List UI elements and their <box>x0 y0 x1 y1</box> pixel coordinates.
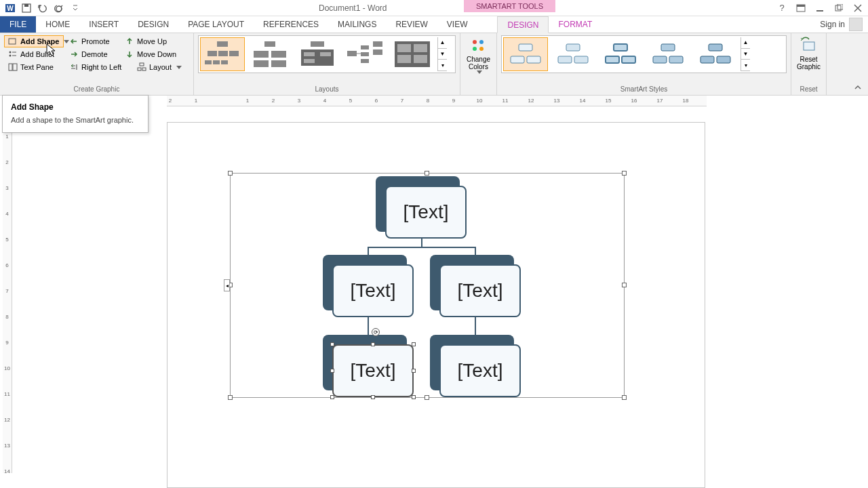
svg-rect-28 <box>213 60 220 64</box>
tab-page-layout[interactable]: PAGE LAYOUT <box>178 16 254 33</box>
layout-thumb-5[interactable] <box>390 37 435 71</box>
svg-rect-39 <box>320 52 331 56</box>
svg-rect-21 <box>138 68 141 70</box>
smartart-node[interactable]: [Text] <box>430 255 521 317</box>
smartart-container[interactable]: ◂ [Text] [Text] [Text] <box>230 173 625 398</box>
change-colors-button[interactable]: Change Colors <box>465 35 492 74</box>
resize-handle[interactable] <box>622 171 627 176</box>
minimize-icon[interactable] <box>812 2 827 14</box>
svg-rect-32 <box>271 51 286 58</box>
rotate-handle-icon[interactable]: ⟳ <box>372 328 380 336</box>
reset-graphic-label: Reset Graphic <box>795 56 822 70</box>
resize-handle[interactable] <box>425 171 429 176</box>
style-thumb-2[interactable] <box>551 37 595 71</box>
expand-gallery-icon[interactable]: ▾ <box>741 60 750 71</box>
demote-button[interactable]: Demote <box>65 48 119 60</box>
svg-rect-33 <box>254 60 269 67</box>
selection-handle[interactable] <box>412 342 416 346</box>
scroll-down-icon[interactable]: ▼ <box>741 49 750 60</box>
qat-more-icon[interactable] <box>68 1 83 15</box>
resize-handle[interactable] <box>228 395 233 400</box>
tab-references[interactable]: REFERENCES <box>254 16 328 33</box>
text-pane-button[interactable]: Text Pane <box>4 61 64 73</box>
selection-handle[interactable] <box>330 395 334 399</box>
text-pane-toggle-icon[interactable]: ◂ <box>224 279 230 291</box>
chevron-down-icon <box>477 70 482 74</box>
tab-file[interactable]: FILE <box>0 16 36 33</box>
add-bullet-button[interactable]: Add Bullet <box>4 48 64 60</box>
resize-handle[interactable] <box>228 171 233 176</box>
page[interactable]: ◂ [Text] [Text] [Text] <box>167 122 705 488</box>
layout-thumb-3[interactable] <box>295 37 340 71</box>
svg-rect-34 <box>271 60 286 67</box>
signin-area[interactable]: Sign in <box>820 16 868 33</box>
redo-icon[interactable] <box>52 1 66 15</box>
expand-gallery-icon[interactable]: ▾ <box>438 60 447 71</box>
smartart-node-selected[interactable]: [Text] ⟳ <box>323 335 414 397</box>
promote-label: Promote <box>81 37 110 45</box>
tab-insert[interactable]: INSERT <box>79 16 128 33</box>
colors-icon <box>469 37 488 56</box>
svg-rect-9 <box>835 5 841 11</box>
move-down-button[interactable]: Move Down <box>121 48 187 60</box>
tab-view[interactable]: VIEW <box>437 16 477 33</box>
layout-thumb-4[interactable] <box>342 37 387 71</box>
style-thumb-1[interactable] <box>503 37 548 71</box>
selection-handle[interactable] <box>412 369 416 373</box>
tab-smartart-format[interactable]: FORMAT <box>549 16 601 33</box>
move-up-button[interactable]: Move Up <box>121 35 180 47</box>
smartart-node[interactable]: [Text] <box>376 176 467 239</box>
style-thumb-3[interactable] <box>598 37 643 71</box>
selection-handle[interactable] <box>371 395 375 399</box>
maximize-icon[interactable] <box>831 2 846 14</box>
selection-handle[interactable] <box>412 395 416 399</box>
svg-point-4 <box>56 6 62 12</box>
document-area: ◂ [Text] [Text] [Text] <box>12 107 868 488</box>
node-text: [Text] <box>458 280 503 302</box>
right-to-left-button[interactable]: Right to Left <box>65 61 132 73</box>
tab-design[interactable]: DESIGN <box>128 16 178 33</box>
add-shape-button[interactable]: Add Shape <box>4 35 64 47</box>
reset-graphic-button[interactable]: Reset Graphic <box>795 35 822 70</box>
scroll-up-icon[interactable]: ▲ <box>741 37 750 49</box>
save-icon[interactable] <box>19 1 34 15</box>
style-thumb-5[interactable] <box>693 37 738 71</box>
ribbon-options-icon[interactable] <box>793 2 808 14</box>
svg-rect-65 <box>661 44 675 51</box>
help-icon[interactable]: ? <box>774 2 789 14</box>
reset-icon <box>800 37 818 56</box>
tab-home[interactable]: HOME <box>36 16 79 33</box>
svg-rect-59 <box>566 44 580 51</box>
resize-handle[interactable] <box>622 395 627 400</box>
add-bullet-label: Add Bullet <box>20 50 54 58</box>
style-thumb-4[interactable] <box>646 37 690 71</box>
close-icon[interactable] <box>850 2 865 14</box>
scroll-down-icon[interactable]: ▼ <box>438 49 447 60</box>
svg-rect-66 <box>653 56 667 63</box>
smartart-node[interactable]: [Text] <box>323 255 414 317</box>
layout-button[interactable]: Layout <box>133 61 180 73</box>
vertical-ruler[interactable]: 1234567891011121314 <box>3 107 12 473</box>
selection-handle[interactable] <box>330 369 334 373</box>
svg-rect-29 <box>221 60 228 64</box>
connector-line <box>368 317 369 335</box>
smartart-node[interactable]: [Text] <box>430 335 521 397</box>
promote-button[interactable]: Promote <box>65 35 119 47</box>
word-icon[interactable]: W <box>3 1 18 15</box>
svg-rect-49 <box>414 44 427 52</box>
resize-handle[interactable] <box>622 283 627 287</box>
tab-smartart-design[interactable]: DESIGN <box>497 16 549 33</box>
selection-handle[interactable] <box>371 342 375 346</box>
selection-handle[interactable] <box>330 342 334 346</box>
collapse-ribbon-icon[interactable] <box>853 83 863 92</box>
tab-mailings[interactable]: MAILINGS <box>328 16 386 33</box>
svg-rect-68 <box>709 44 722 51</box>
svg-rect-23 <box>217 41 228 47</box>
layout-thumb-2[interactable] <box>248 37 292 71</box>
horizontal-ruler[interactable]: 21123456789101112131415161718 <box>167 96 707 106</box>
undo-icon[interactable] <box>35 1 50 15</box>
layout-thumb-1[interactable] <box>200 37 245 71</box>
tab-review[interactable]: REVIEW <box>386 16 437 33</box>
scroll-up-icon[interactable]: ▲ <box>438 37 447 49</box>
resize-handle[interactable] <box>425 395 429 400</box>
